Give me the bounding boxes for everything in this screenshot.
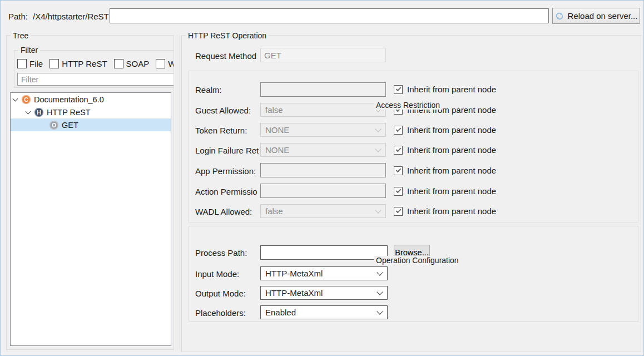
tree-node-label: GET — [62, 121, 78, 130]
input-mode-label: Input Mode: — [195, 269, 259, 279]
action-permission-input[interactable] — [260, 184, 386, 198]
tree-node-label: HTTP ReST — [47, 108, 91, 117]
tree-node-get[interactable]: O GET — [11, 118, 171, 131]
tree-node-http-rest[interactable]: H HTTP ReST — [11, 106, 171, 118]
check-icon — [395, 187, 400, 192]
http-rest-icon: H — [34, 108, 43, 117]
http-rest-operation-group: Request Method GET Access Restriction Re… — [181, 35, 641, 352]
sync-arrows-icon — [555, 12, 564, 21]
chevron-down-icon — [377, 269, 383, 275]
access-restriction-title: Access Restriction — [374, 101, 442, 110]
login-failure-return-value: NONE — [265, 145, 289, 155]
checkbox-unchecked[interactable] — [114, 59, 123, 68]
chevron-down-icon — [375, 146, 381, 152]
checkbox-checked[interactable] — [394, 85, 403, 94]
output-mode-label: Output Mode: — [195, 289, 259, 298]
tree-group-title: Tree — [11, 31, 31, 40]
filter-checkbox-soap[interactable]: SOAP — [114, 59, 150, 68]
inherit-realm[interactable]: Inherit from parent node — [394, 85, 496, 94]
path-label: Path:/X4/httpstarter/ReST — [8, 12, 109, 21]
filter-group-title: Filter — [18, 46, 40, 55]
component-icon: C — [22, 95, 31, 104]
wadl-allowed-label: WADL Allowed: — [195, 207, 259, 216]
inherit-label: Inherit from parent node — [407, 125, 496, 135]
chevron-down-icon — [375, 126, 381, 132]
filter-checkbox-file-label: File — [29, 59, 43, 68]
operation-icon: O — [49, 121, 58, 130]
app-window: Path:/X4/httpstarter/ReST Reload on serv… — [0, 0, 644, 356]
inherit-login-failure-return[interactable]: Inherit from parent node — [394, 145, 496, 155]
token-return-value: NONE — [265, 125, 289, 135]
wadl-allowed-value: false — [265, 206, 283, 216]
guest-allowed-value: false — [265, 105, 283, 115]
inherit-label: Inherit from parent node — [407, 186, 496, 196]
placeholders-label: Placeholders: — [195, 308, 259, 318]
checkbox-checked[interactable] — [394, 146, 403, 155]
filter-input[interactable] — [17, 73, 174, 86]
placeholders-select[interactable]: Enabled — [260, 305, 388, 319]
app-permission-label: App Permission: — [195, 166, 259, 176]
token-return-select: NONE — [260, 123, 386, 137]
inherit-token-return[interactable]: Inherit from parent node — [394, 125, 496, 135]
check-icon — [395, 207, 400, 212]
inherit-label: Inherit from parent node — [407, 85, 496, 94]
check-icon — [395, 146, 400, 151]
inherit-wadl-allowed[interactable]: Inherit from parent node — [394, 206, 496, 216]
guest-allowed-select: false — [260, 103, 386, 117]
checkbox-checked[interactable] — [394, 207, 403, 216]
reload-button-label: Reload on server... — [568, 11, 638, 21]
filter-checkbox-http-rest[interactable]: HTTP ReST — [49, 59, 107, 68]
filter-checkbox-wadl[interactable]: WADL — [156, 59, 174, 68]
chevron-down-icon — [375, 207, 381, 213]
checkbox-unchecked[interactable] — [49, 59, 59, 68]
tree-node-label: Documentation_6.0 — [34, 95, 104, 104]
input-mode-select[interactable]: HTTP-MetaXml — [260, 266, 388, 280]
realm-input[interactable] — [260, 82, 386, 97]
process-path-label: Process Path: — [195, 248, 259, 258]
login-failure-return-select: NONE — [260, 143, 386, 157]
checkbox-unchecked[interactable] — [17, 59, 27, 68]
reload-on-server-button[interactable]: Reload on server... — [552, 8, 640, 24]
request-method-label: Request Method — [195, 51, 259, 61]
input-mode-value: HTTP-MetaXml — [265, 269, 323, 278]
filter-checkbox-http-rest-label: HTTP ReST — [62, 59, 107, 68]
chevron-down-icon[interactable] — [13, 96, 18, 101]
tree-node-documentation[interactable]: C Documentation_6.0 — [11, 93, 171, 106]
checkbox-checked[interactable] — [394, 187, 403, 196]
main-group-title: HTTP ReST Operation — [186, 31, 269, 40]
inherit-label: Inherit from parent node — [407, 166, 496, 175]
output-mode-value: HTTP-MetaXml — [265, 288, 323, 298]
path-value: /X4/httpstarter/ReST — [33, 12, 109, 21]
app-permission-input[interactable] — [260, 163, 386, 177]
path-caption: Path: — [8, 12, 28, 21]
path-input[interactable] — [110, 8, 549, 23]
action-permission-label: Action Permissio — [195, 187, 259, 196]
output-mode-select[interactable]: HTTP-MetaXml — [260, 286, 388, 300]
inherit-app-permission[interactable]: Inherit from parent node — [394, 166, 496, 175]
checkbox-checked[interactable] — [394, 126, 403, 135]
inherit-action-permission[interactable]: Inherit from parent node — [394, 186, 496, 196]
checkbox-unchecked[interactable] — [156, 59, 165, 68]
filter-checkbox-wadl-label: WADL — [168, 59, 174, 68]
check-icon — [395, 167, 400, 172]
realm-label: Realm: — [195, 85, 259, 95]
operation-configuration-title: Operation Configuration — [374, 256, 461, 265]
process-path-input[interactable] — [260, 245, 388, 260]
guest-allowed-label: Guest Allowed: — [195, 106, 259, 115]
checkbox-checked[interactable] — [394, 166, 403, 175]
inherit-label: Inherit from parent node — [407, 206, 496, 216]
placeholders-value: Enabled — [265, 308, 296, 317]
check-icon — [395, 86, 400, 91]
chevron-down-icon[interactable] — [26, 108, 31, 114]
chevron-down-icon — [377, 308, 383, 314]
tree-view[interactable]: C Documentation_6.0 H HTTP ReST O GET — [10, 92, 171, 346]
chevron-down-icon — [377, 289, 383, 295]
filter-checkbox-row: File HTTP ReST SOAP WADL — [17, 59, 174, 68]
filter-checkbox-soap-label: SOAP — [126, 59, 150, 68]
login-failure-return-label: Login Failure Ret — [195, 146, 259, 155]
check-icon — [395, 126, 400, 131]
panel-divider[interactable] — [177, 35, 177, 350]
token-return-label: Token Return: — [195, 126, 259, 135]
filter-checkbox-file[interactable]: File — [17, 59, 43, 68]
inherit-label: Inherit from parent node — [407, 145, 496, 155]
